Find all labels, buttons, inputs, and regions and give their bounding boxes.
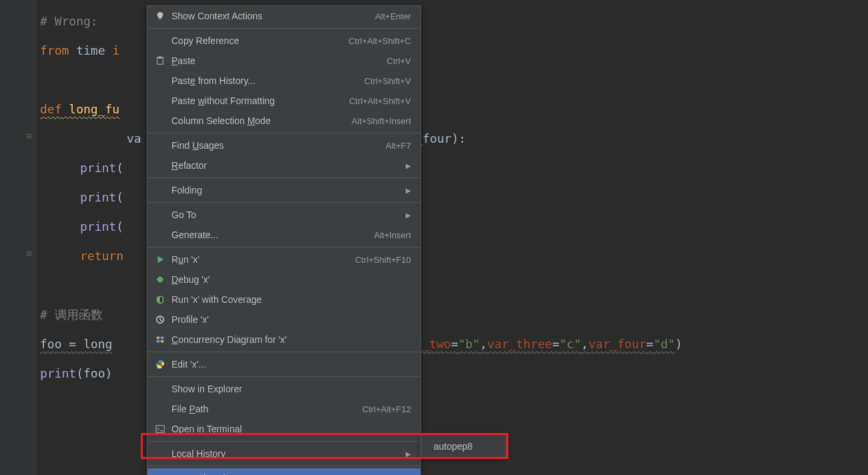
blank-icon [153,448,167,460]
context-menu: Show Context ActionsAlt+EnterCopy Refere… [147,5,421,475]
menu-item-external-tools[interactable]: External Tools▶ [147,468,420,475]
menu-separator [147,133,420,133]
menu-shortcut: Alt+Shift+Insert [352,116,411,126]
menu-separator [147,247,420,248]
menu-separator [147,202,420,203]
menu-item-concurrency-diagram-for-x[interactable]: Concurrency Diagram for 'x' [147,330,420,350]
menu-item-show-in-explorer[interactable]: Show in Explorer [147,379,420,399]
menu-item-generate[interactable]: Generate...Alt+Insert [147,225,420,245]
menu-separator [147,177,420,178]
menu-label: Column Selection Mode [171,115,338,126]
svg-rect-4 [157,337,159,340]
menu-shortcut: Ctrl+Alt+Shift+C [348,36,411,46]
blank-icon [153,403,167,415]
menu-item-local-history[interactable]: Local History▶ [147,444,420,464]
menu-item-folding[interactable]: Folding▶ [147,180,420,200]
menu-shortcut: Ctrl+Shift+V [364,76,411,86]
menu-item-paste[interactable]: PasteCtrl+V [147,51,420,71]
blank-icon [153,115,167,127]
svg-rect-6 [157,340,159,343]
menu-label: Find Usages [171,140,372,151]
blank-icon [153,472,167,475]
menu-item-column-selection-mode[interactable]: Column Selection ModeAlt+Shift+Insert [147,111,420,131]
svg-rect-8 [156,426,164,433]
menu-item-open-in-terminal[interactable]: Open in Terminal [147,419,420,439]
submenu-arrow-icon: ▶ [406,187,411,194]
menu-shortcut: Alt+F7 [386,141,411,151]
blank-icon [153,35,167,47]
menu-item-run-x[interactable]: Run 'x'Ctrl+Shift+F10 [147,250,420,270]
submenu-item-autopep8[interactable]: autopep8 [422,435,506,458]
blank-icon [153,159,167,171]
blank-icon [153,139,167,151]
svg-rect-5 [161,337,163,340]
menu-label: Refactor [171,160,406,171]
menu-shortcut: Ctrl+Alt+F12 [362,404,411,414]
menu-label: Profile 'x' [171,314,411,325]
menu-label: Paste [171,55,374,66]
fold-marker-icon[interactable]: ⊡ [27,249,36,258]
menu-shortcut: Ctrl+V [387,56,411,66]
menu-label: Local History [171,448,406,459]
svg-rect-7 [161,340,163,343]
menu-shortcut: Alt+Enter [375,11,411,21]
menu-shortcut: Alt+Insert [374,230,411,240]
menu-item-debug-x[interactable]: Debug 'x' [147,270,420,290]
fold-marker-icon[interactable]: ⊟ [27,131,36,141]
menu-label: Open in Terminal [171,424,411,434]
menu-item-refactor[interactable]: Refactor▶ [147,155,420,175]
menu-item-show-context-actions[interactable]: Show Context ActionsAlt+Enter [147,6,420,26]
menu-item-copy-reference[interactable]: Copy ReferenceCtrl+Alt+Shift+C [147,31,420,51]
menu-label: Folding [171,185,406,195]
menu-label: File Path [171,404,349,414]
submenu-arrow-icon: ▶ [406,450,411,458]
menu-label: Run 'x' with Coverage [171,294,411,305]
submenu-arrow-icon: ▶ [406,162,411,169]
code-editor[interactable]: # Wrong: from time i def long_fu var_fou… [0,0,868,388]
svg-rect-1 [158,57,161,59]
terminal-icon [153,423,167,435]
blank-icon [153,95,167,107]
menu-separator [147,466,420,466]
menu-label: Copy Reference [171,35,335,46]
menu-label: Show Context Actions [171,11,362,21]
bulb-icon [153,10,167,22]
coverage-icon [153,294,167,306]
blank-icon [153,75,167,87]
debug-icon [153,274,167,286]
menu-item-profile-x[interactable]: Profile 'x' [147,310,420,330]
blank-icon [153,229,167,241]
blank-icon [153,184,167,196]
profile-icon [153,314,167,326]
menu-label: Run 'x' [171,254,342,265]
menu-item-file-path[interactable]: File PathCtrl+Alt+F12 [147,399,420,419]
blank-icon [153,383,167,395]
menu-shortcut: Ctrl+Alt+Shift+V [349,96,411,106]
menu-label: Debug 'x' [171,274,411,285]
menu-separator [147,441,420,442]
menu-shortcut: Ctrl+Shift+F10 [355,255,411,265]
menu-item-run-x-with-coverage[interactable]: Run 'x' with Coverage [147,290,420,310]
menu-item-paste-without-formatting[interactable]: Paste without FormattingCtrl+Alt+Shift+V [147,91,420,111]
menu-item-paste-from-history[interactable]: Paste from History...Ctrl+Shift+V [147,71,420,91]
menu-separator [147,352,420,352]
paste-icon [153,55,167,67]
editor-gutter [0,0,37,475]
menu-label: Paste without Formatting [171,95,336,106]
menu-label: Concurrency Diagram for 'x' [171,334,411,345]
menu-separator [147,376,420,377]
menu-label: Paste from History... [171,75,351,86]
menu-label: Edit 'x'... [171,359,411,370]
concurrency-icon [153,334,167,346]
blank-icon [153,209,167,221]
menu-item-go-to[interactable]: Go To▶ [147,205,420,225]
python-icon [153,358,167,370]
menu-label: Go To [171,209,406,220]
run-icon [153,254,167,266]
menu-label: Show in Explorer [171,384,411,394]
menu-separator [147,28,420,29]
menu-item-find-usages[interactable]: Find UsagesAlt+F7 [147,135,420,155]
menu-item-edit-x[interactable]: Edit 'x'... [147,354,420,374]
submenu-arrow-icon: ▶ [406,211,411,219]
external-tools-submenu: autopep8 [421,434,506,458]
